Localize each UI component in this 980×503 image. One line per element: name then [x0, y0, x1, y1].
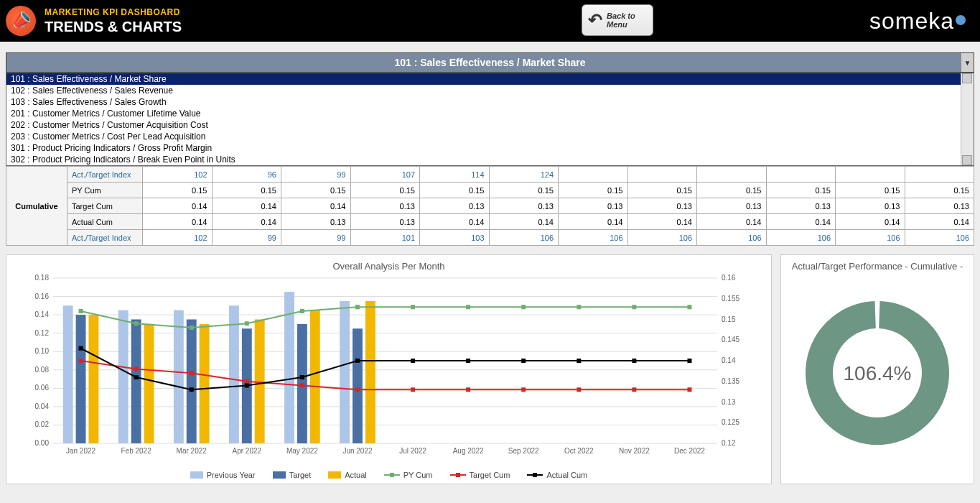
table-row: PY Cum0.150.150.150.150.150.150.150.150.… [6, 183, 974, 198]
kpi-option[interactable]: 301 : Product Pricing Indicators / Gross… [6, 142, 974, 154]
dropdown-scrollbar[interactable] [961, 73, 974, 165]
svg-rect-40 [353, 328, 363, 443]
donut-title: Actual/Target Performance - Cumulative - [787, 261, 968, 272]
cell: 102 [143, 230, 213, 246]
svg-text:0.14: 0.14 [35, 310, 50, 318]
cell: 96 [212, 167, 281, 183]
cell: 0.13 [420, 198, 490, 214]
cell: 107 [350, 167, 420, 183]
kpi-option[interactable]: 102 : Sales Effectiveness / Sales Revenu… [6, 85, 974, 96]
svg-text:0.18: 0.18 [35, 274, 50, 282]
cell: 0.13 [697, 198, 767, 214]
kpi-option[interactable]: 101 : Sales Effectiveness / Market Share [6, 73, 974, 85]
cell: 0.14 [559, 214, 628, 230]
back-label: Back to Menu [607, 11, 647, 29]
kpi-option[interactable]: 202 : Customer Metrics / Customer Acquis… [6, 119, 974, 131]
cell: 0.14 [212, 198, 281, 214]
dashboard-title: MARKETING KPI DASHBOARD [45, 7, 182, 17]
cell: 0.15 [766, 183, 836, 198]
overall-analysis-chart: Overall Analysis Per Month 0.000.020.040… [6, 254, 772, 484]
cell: 0.14 [627, 214, 697, 230]
cell: 0.13 [281, 214, 351, 230]
svg-text:Jul 2022: Jul 2022 [399, 447, 426, 455]
cell: 0.13 [836, 198, 905, 214]
cell: 0.13 [766, 198, 836, 214]
svg-rect-32 [229, 305, 239, 443]
cell: 124 [489, 167, 559, 183]
cell: 0.14 [143, 198, 213, 214]
svg-text:Sep 2022: Sep 2022 [508, 447, 539, 455]
scroll-down-icon[interactable] [962, 155, 972, 165]
legend-item: Target [273, 471, 312, 479]
svg-rect-36 [131, 320, 141, 444]
chart-legend: Previous YearTargetActualPY CumTarget Cu… [14, 471, 764, 479]
svg-text:0.14: 0.14 [722, 356, 736, 364]
row-group-label: Cumulative [6, 167, 67, 246]
kpi-option[interactable]: 103 : Sales Effectiveness / Sales Growth [6, 96, 974, 108]
cell: 0.13 [350, 214, 420, 230]
row-label: PY Cum [67, 183, 143, 198]
svg-text:0.145: 0.145 [722, 336, 739, 343]
back-arrow-icon: ↶ [588, 10, 602, 30]
cell: 0.15 [281, 183, 351, 198]
chart-title: Overall Analysis Per Month [14, 261, 764, 272]
legend-item: Actual [328, 471, 367, 479]
cell: 106 [905, 230, 974, 246]
svg-text:May 2022: May 2022 [286, 447, 318, 455]
svg-text:0.06: 0.06 [35, 384, 50, 392]
cell: 106 [489, 230, 559, 246]
svg-text:0.16: 0.16 [35, 292, 50, 300]
cell: 0.15 [697, 183, 767, 198]
cell: 106 [627, 230, 697, 246]
cell: 0.14 [697, 214, 767, 230]
kpi-selected-label: 101 : Sales Effectiveness / Market Share [394, 57, 585, 68]
cell: 106 [697, 230, 767, 246]
charts-row: Overall Analysis Per Month 0.000.020.040… [6, 254, 974, 484]
svg-rect-34 [340, 301, 350, 443]
cell: 0.15 [836, 183, 905, 198]
performance-donut-panel: Actual/Target Performance - Cumulative -… [780, 254, 974, 484]
svg-text:0.13: 0.13 [722, 398, 736, 406]
row-label: Act./Target Index [67, 230, 143, 246]
svg-text:0.02: 0.02 [35, 420, 50, 428]
cell: 101 [350, 230, 420, 246]
table-row: CumulativeAct./Target Index1029699107114… [6, 167, 974, 183]
svg-rect-43 [200, 324, 210, 443]
svg-rect-45 [310, 310, 320, 443]
kpi-option[interactable]: 201 : Customer Metrics / Customer Lifeti… [6, 108, 974, 119]
legend-item: PY Cum [384, 471, 433, 479]
back-to-menu-button[interactable]: ↶ Back to Menu [582, 4, 653, 36]
kpi-option[interactable]: 302 : Product Pricing Indicators / Break… [6, 154, 974, 165]
row-label: Act./Target Index [67, 167, 143, 183]
svg-text:Jun 2022: Jun 2022 [342, 447, 373, 455]
cell: 99 [281, 167, 351, 183]
cell: 0.15 [905, 183, 974, 198]
svg-rect-30 [118, 310, 129, 443]
kpi-dropdown-list: 101 : Sales Effectiveness / Market Share… [6, 73, 974, 166]
cell: 0.13 [905, 198, 974, 214]
app-header: 📣 MARKETING KPI DASHBOARD TRENDS & CHART… [0, 0, 980, 42]
kpi-selector-header[interactable]: 101 : Sales Effectiveness / Market Share… [6, 52, 974, 73]
svg-text:Jan 2022: Jan 2022 [66, 447, 96, 455]
cell: 0.14 [489, 214, 559, 230]
svg-text:0.135: 0.135 [722, 377, 739, 385]
svg-rect-31 [174, 310, 184, 443]
kpi-option[interactable]: 203 : Customer Metrics / Cost Per Lead A… [6, 131, 974, 142]
cell: 106 [559, 230, 628, 246]
cell [559, 167, 628, 183]
svg-text:Feb 2022: Feb 2022 [121, 447, 151, 455]
table-row: Act./Target Index10299991011031061061061… [6, 230, 974, 246]
cell: 0.13 [627, 198, 697, 214]
dropdown-caret-icon[interactable]: ▼ [961, 53, 974, 72]
cell: 0.15 [627, 183, 697, 198]
cell: 0.15 [350, 183, 420, 198]
cell [836, 167, 905, 183]
cell: 0.14 [420, 214, 490, 230]
scroll-up-icon[interactable] [962, 73, 972, 83]
cell [627, 167, 697, 183]
svg-text:106.4%: 106.4% [844, 362, 912, 384]
cell: 0.13 [489, 198, 559, 214]
svg-rect-46 [365, 301, 375, 443]
table-row: Actual Cum0.140.140.130.130.140.140.140.… [6, 214, 974, 230]
page-title: TRENDS & CHARTS [45, 19, 182, 35]
